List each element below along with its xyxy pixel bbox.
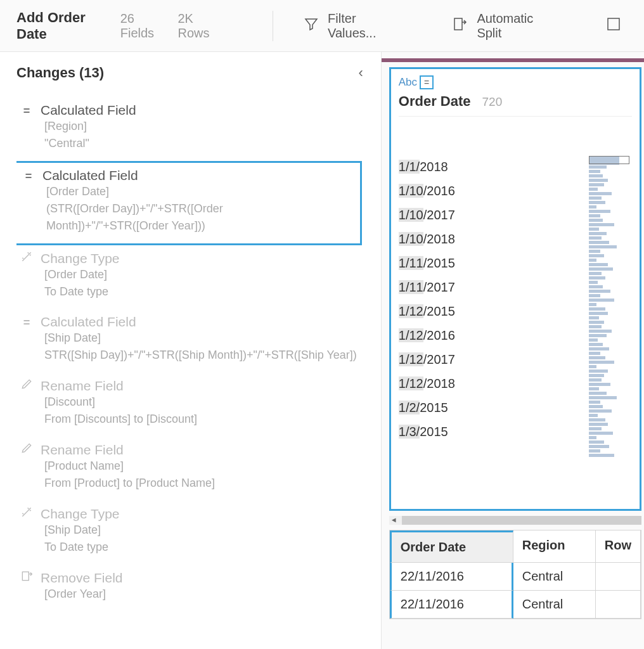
datatype-abc-badge[interactable]: Abc	[399, 76, 417, 89]
histogram-bar[interactable]	[589, 352, 632, 355]
histogram-bar[interactable]	[589, 330, 632, 333]
change-item[interactable]: Change Type [Ship Date]To Date type	[16, 501, 377, 565]
histogram-bar[interactable]	[589, 365, 632, 368]
value-bin[interactable]: 1/12/2018	[399, 371, 455, 395]
histogram-bar[interactable]	[589, 316, 632, 319]
histogram-bar[interactable]	[589, 179, 632, 182]
histogram-bar[interactable]	[589, 334, 632, 337]
change-item[interactable]: Remove Field [Order Year]	[16, 565, 377, 612]
histogram-bar[interactable]	[589, 454, 632, 457]
histogram-bar[interactable]	[589, 188, 632, 191]
value-bin[interactable]: 1/1/2018	[399, 155, 455, 179]
histogram-bar[interactable]	[589, 392, 632, 395]
histogram-bar[interactable]	[589, 378, 632, 382]
histogram-bar[interactable]	[589, 347, 632, 350]
column-header-order-date[interactable]: Order Date	[390, 530, 513, 563]
histogram-bar[interactable]	[589, 245, 632, 248]
histogram-bar[interactable]	[589, 356, 632, 359]
automatic-split-button[interactable]: Automatic Split	[446, 8, 557, 44]
value-bin[interactable]: 1/12/2015	[399, 299, 455, 323]
histogram-bar[interactable]	[589, 383, 632, 386]
histogram-bar[interactable]	[589, 285, 632, 288]
histogram-bar[interactable]	[589, 321, 632, 324]
histogram-bar[interactable]	[589, 241, 632, 244]
histogram-bar[interactable]	[589, 307, 632, 311]
value-bin[interactable]: 1/10/2018	[399, 227, 455, 251]
value-bin[interactable]: 1/2/2015	[399, 395, 455, 420]
histogram-bar[interactable]	[589, 156, 632, 165]
histogram-bar[interactable]	[589, 228, 632, 231]
histogram-bar[interactable]	[589, 303, 632, 306]
histogram-bar[interactable]	[589, 299, 632, 302]
histogram-bar[interactable]	[589, 236, 632, 240]
histogram-bar[interactable]	[589, 294, 632, 297]
column-header-row[interactable]: Row	[596, 530, 641, 563]
histogram-bar[interactable]	[589, 272, 632, 275]
filter-values-button[interactable]: Filter Values...	[297, 8, 403, 44]
change-item[interactable]: = Calculated Field [Order Date](STR([Ord…	[16, 161, 362, 245]
value-bin[interactable]: 1/10/2016	[399, 179, 455, 203]
histogram-bars[interactable]	[589, 155, 632, 458]
table-row[interactable]: 22/11/2016 Central	[390, 591, 641, 619]
histogram-bar[interactable]	[589, 396, 632, 399]
histogram-bar[interactable]	[589, 361, 632, 364]
data-grid[interactable]: Order Date Region Row 22/11/2016 Central…	[389, 530, 641, 619]
histogram-bar[interactable]	[589, 436, 632, 439]
change-item[interactable]: = Calculated Field [Ship Date]STR([Ship …	[16, 309, 377, 373]
value-bin[interactable]: 1/12/2016	[399, 323, 455, 347]
value-bin[interactable]: 1/3/2015	[399, 420, 455, 444]
value-bin[interactable]: 1/12/2017	[399, 347, 455, 371]
histogram-bar[interactable]	[589, 281, 632, 284]
histogram-bar[interactable]	[589, 219, 632, 222]
histogram-bar[interactable]	[589, 276, 632, 280]
histogram-bar[interactable]	[589, 205, 632, 209]
histogram-bar[interactable]	[589, 201, 632, 204]
profile-card[interactable]: Abc = Order Date 720 1/1/20181/10/20161/…	[389, 67, 641, 511]
histogram-bar[interactable]	[589, 232, 632, 235]
histogram-bar[interactable]	[589, 170, 632, 173]
change-item[interactable]: Rename Field [Product Name]From [Product…	[16, 437, 377, 501]
value-bin[interactable]: 1/10/2017	[399, 203, 455, 227]
histogram-bar[interactable]	[589, 267, 632, 271]
histogram-bar[interactable]	[589, 196, 632, 200]
histogram-bar[interactable]	[589, 214, 632, 217]
histogram-bar[interactable]	[589, 449, 632, 453]
changes-list[interactable]: = Calculated Field [Region]"Central" = C…	[16, 98, 381, 649]
histogram-bar[interactable]	[589, 343, 632, 346]
histogram-bar[interactable]	[589, 374, 632, 377]
histogram-bar[interactable]	[589, 432, 632, 435]
value-bin[interactable]: 1/11/2015	[399, 251, 455, 275]
histogram-bar[interactable]	[589, 290, 632, 293]
toolbar-more-button[interactable]	[600, 13, 628, 39]
change-item[interactable]: Rename Field [Discount]From [Discounts] …	[16, 373, 377, 437]
collapse-changes-button[interactable]: ‹	[358, 65, 363, 81]
scroll-left-arrow[interactable]: ◄	[390, 516, 397, 524]
histogram-bar[interactable]	[589, 165, 632, 169]
histogram-bar[interactable]	[589, 250, 632, 253]
histogram-bar[interactable]	[589, 401, 632, 404]
histogram-bar[interactable]	[589, 223, 632, 226]
histogram-bar[interactable]	[589, 440, 632, 444]
histogram-bar[interactable]	[589, 325, 632, 328]
histogram-bar[interactable]	[589, 183, 632, 186]
histogram-bar[interactable]	[589, 423, 632, 426]
histogram-bar[interactable]	[589, 427, 632, 430]
histogram-bar[interactable]	[589, 210, 632, 213]
histogram-bar[interactable]	[589, 418, 632, 421]
value-bin[interactable]: 1/11/2017	[399, 275, 455, 299]
horizontal-scrollbar[interactable]: ◄	[389, 516, 641, 525]
histogram-bar[interactable]	[589, 405, 632, 408]
value-bins[interactable]: 1/1/20181/10/20161/10/20171/10/20181/11/…	[399, 155, 455, 458]
histogram-bar[interactable]	[589, 263, 632, 266]
table-row[interactable]: 22/11/2016 Central	[390, 563, 641, 591]
histogram-bar[interactable]	[589, 387, 632, 390]
histogram-bar[interactable]	[589, 369, 632, 373]
scrollbar-thumb[interactable]	[402, 516, 641, 525]
histogram-bar[interactable]	[589, 414, 632, 417]
change-item[interactable]: Change Type [Order Date]To Date type	[16, 245, 377, 309]
histogram-bar[interactable]	[589, 445, 632, 448]
histogram-bar[interactable]	[589, 174, 632, 177]
histogram-bar[interactable]	[589, 192, 632, 195]
histogram-bar[interactable]	[589, 254, 632, 257]
change-item[interactable]: = Calculated Field [Region]"Central"	[16, 98, 377, 161]
